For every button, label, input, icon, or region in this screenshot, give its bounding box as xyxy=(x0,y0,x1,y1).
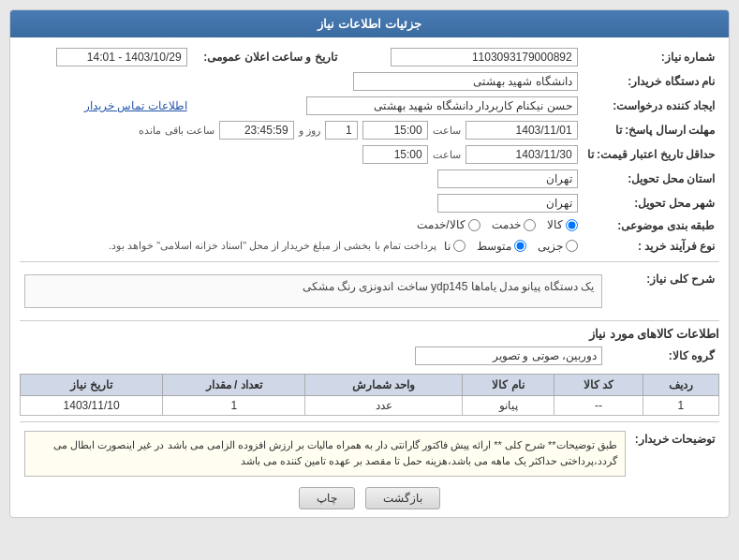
city-label: شهر محل تحویل: xyxy=(583,191,719,215)
col-code: کد کالا xyxy=(554,374,643,395)
radio-na-input[interactable] xyxy=(453,240,466,252)
creator-label: ایجاد کننده درخواست: xyxy=(583,94,719,118)
radio-khedmat-input[interactable] xyxy=(524,219,536,231)
radio-na-label: نا xyxy=(444,240,451,253)
province-label: استان محل تحویل: xyxy=(583,167,719,191)
radio-khedmat-label: خدمت xyxy=(492,218,521,231)
radio-kala-khedmat-input[interactable] xyxy=(468,219,480,231)
header-title: جزئیات اطلاعات نیاز xyxy=(318,17,421,31)
response-date-value: 1403/11/01 ساعت 15:00 1 روز و 23:45:59 س… xyxy=(20,118,583,142)
row-need-number: شماره نیاز: 1103093179000892 تاریخ و ساع… xyxy=(20,45,719,69)
radio-kala-label: کالا xyxy=(547,218,563,231)
price-validity-date-input: 1403/11/30 xyxy=(466,145,578,164)
cell-qty: 1 xyxy=(163,395,305,415)
radio-khedmat[interactable]: خدمت xyxy=(492,218,536,231)
row-goods-category: گروه کالا: دوربین، صوتی و تصویر xyxy=(20,344,719,368)
radio-kala-input[interactable] xyxy=(566,219,578,231)
goods-header-row: ردیف کد کالا نام کالا واحد شمارش تعداد /… xyxy=(21,374,719,395)
radio-jozii-input[interactable] xyxy=(566,240,578,252)
price-time-label: ساعت xyxy=(433,149,461,161)
goods-data-row: 1 -- پیانو عدد 1 1403/11/10 xyxy=(21,395,719,415)
need-number-value: 1103093179000892 xyxy=(342,45,583,69)
radio-kala[interactable]: کالا xyxy=(547,218,578,231)
purchase-type-label: نوع فرآیند خرید : xyxy=(583,237,719,256)
radio-jozii-label: جزیی xyxy=(538,240,563,253)
cell-date: 1403/11/10 xyxy=(21,395,163,415)
creator-contact-link[interactable]: اطلاعات تماس خریدار xyxy=(84,99,187,112)
price-validity-line: 1403/11/30 ساعت 15:00 xyxy=(24,145,578,164)
need-number-label: شماره نیاز: xyxy=(583,45,719,69)
response-day-input: 1 xyxy=(325,121,358,140)
card-header: جزئیات اطلاعات نیاز xyxy=(10,10,729,37)
creator-link-cell: اطلاعات تماس خریدار xyxy=(20,94,192,118)
divider-1 xyxy=(20,261,719,262)
col-row: ردیف xyxy=(643,374,718,395)
row-buyer-name: نام دستگاه خریدار: دانشگاه شهید بهشتی xyxy=(20,69,719,94)
back-button[interactable]: بازگشت xyxy=(365,487,440,509)
response-line: 1403/11/01 ساعت 15:00 1 روز و 23:45:59 س… xyxy=(24,121,578,140)
buyer-note-label: توضیحات خریدار: xyxy=(630,428,719,479)
divider-3 xyxy=(20,421,719,422)
date-input: 1403/10/29 - 14:01 xyxy=(56,48,187,66)
radio-motevasset-input[interactable] xyxy=(514,240,526,252)
response-time-label: ساعت xyxy=(433,125,461,137)
buyer-name-label: نام دستگاه خریدار: xyxy=(583,69,719,94)
buyer-note-value: طبق توضیحات** شرح کلی ** ارائه پیش فاکتو… xyxy=(20,428,630,479)
price-validity-value: 1403/11/30 ساعت 15:00 xyxy=(20,142,583,167)
button-row: بازگشت چاپ xyxy=(20,487,719,509)
date-label: تاریخ و ساعت اعلان عمومی: xyxy=(192,45,342,69)
row-city: شهر محل تحویل: تهران xyxy=(20,191,719,215)
radio-na[interactable]: نا xyxy=(444,240,466,253)
main-card: جزئیات اطلاعات نیاز شماره نیاز: 11030931… xyxy=(9,9,730,518)
col-qty: تعداد / مقدار xyxy=(163,374,305,395)
goods-category-label: گروه کالا: xyxy=(607,344,719,368)
goods-section-title: اطلاعات کالاهای مورد نیاز xyxy=(20,327,719,341)
buyer-name-value: دانشگاه شهید بهشتی xyxy=(20,69,583,94)
creator-input: حسن نیکنام کاربردار دانشگاه شهید بهشتی xyxy=(306,96,578,115)
response-day-label: روز و xyxy=(299,125,320,137)
cell-name: پیانو xyxy=(462,395,554,415)
col-name: نام کالا xyxy=(462,374,554,395)
cell-row: 1 xyxy=(643,395,718,415)
cell-code: -- xyxy=(554,395,643,415)
row-creator: ایجاد کننده درخواست: حسن نیکنام کاربردار… xyxy=(20,94,719,118)
goods-category-value: دوربین، صوتی و تصویر xyxy=(20,344,607,368)
info-table: شماره نیاز: 1103093179000892 تاریخ و ساع… xyxy=(20,45,719,256)
row-need-desc: شرح کلی نیاز: یک دستگاه پیانو مدل یاماها… xyxy=(20,268,719,315)
city-value: تهران xyxy=(20,191,583,215)
goods-category-input: دوربین، صوتی و تصویر xyxy=(415,346,602,365)
category-value: کالا خدمت کالا/خدمت xyxy=(20,215,583,237)
col-unit: واحد شمارش xyxy=(305,374,462,395)
row-response-date: مهلت ارسال پاسخ: تا 1403/11/01 ساعت 15:0… xyxy=(20,118,719,142)
row-purchase-type: نوع فرآیند خرید : جزیی xyxy=(20,237,719,256)
print-button[interactable]: چاپ xyxy=(299,487,355,509)
radio-kala-khedmat[interactable]: کالا/خدمت xyxy=(417,218,480,231)
creator-value: حسن نیکنام کاربردار دانشگاه شهید بهشتی xyxy=(192,94,583,118)
row-buyer-note: توضیحات خریدار: طبق توضیحات** شرح کلی **… xyxy=(20,428,719,479)
province-value: تهران xyxy=(20,167,583,191)
radio-motevasset-label: متوسط xyxy=(477,240,511,253)
row-price-validity: حداقل تاریخ اعتبار قیمت: تا 1403/11/30 س… xyxy=(20,142,719,167)
goods-table-body: 1 -- پیانو عدد 1 1403/11/10 xyxy=(21,395,719,415)
date-value: 1403/10/29 - 14:01 xyxy=(20,45,192,69)
category-radio-group: کالا خدمت کالا/خدمت xyxy=(417,218,577,231)
radio-kala-khedmat-label: کالا/خدمت xyxy=(417,218,465,231)
purchase-type-radio-group: جزیی متوسط نا xyxy=(444,240,578,253)
radio-jozii[interactable]: جزیی xyxy=(538,240,578,253)
radio-motevasset[interactable]: متوسط xyxy=(477,240,526,253)
need-number-input: 1103093179000892 xyxy=(391,48,578,66)
purchase-type-row: جزیی متوسط نا xyxy=(24,240,578,253)
need-desc-box: یک دستگاه پیانو مدل یاماها ydp145 ساخت ا… xyxy=(24,274,602,308)
city-input: تهران xyxy=(437,194,578,213)
purchase-type-note: پرداخت تمام با بخشی از مبلغ خریدار از مح… xyxy=(109,240,436,252)
page-wrapper: جزئیات اطلاعات نیاز شماره نیاز: 11030931… xyxy=(0,0,739,560)
price-validity-time-input: 15:00 xyxy=(362,145,428,164)
price-validity-label: حداقل تاریخ اعتبار قیمت: تا xyxy=(583,142,719,167)
buyer-name-input: دانشگاه شهید بهشتی xyxy=(353,72,578,91)
col-date: تاریخ نیاز xyxy=(21,374,163,395)
response-countdown-input: 23:45:59 xyxy=(219,121,294,140)
buyer-note-box: طبق توضیحات** شرح کلی ** ارائه پیش فاکتو… xyxy=(24,431,626,477)
response-remaining-label: ساعت باقی مانده xyxy=(139,125,214,137)
response-time-input: 15:00 xyxy=(362,121,428,140)
row-province: استان محل تحویل: تهران xyxy=(20,167,719,191)
